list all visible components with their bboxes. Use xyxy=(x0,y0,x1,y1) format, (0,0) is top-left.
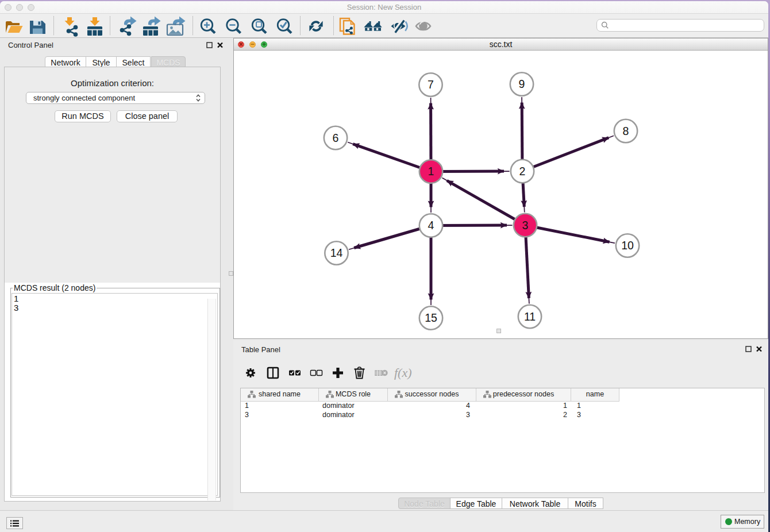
svg-text:2: 2 xyxy=(519,165,526,178)
svg-text:9: 9 xyxy=(519,78,525,90)
svg-text:3: 3 xyxy=(522,219,529,232)
svg-text:10: 10 xyxy=(621,239,634,252)
svg-text:1: 1 xyxy=(428,165,434,178)
svg-text:7: 7 xyxy=(428,78,434,91)
svg-text:f(x): f(x) xyxy=(394,365,412,380)
svg-text:4: 4 xyxy=(428,219,434,232)
svg-text:11: 11 xyxy=(524,310,536,323)
svg-text:6: 6 xyxy=(333,132,339,144)
svg-text:15: 15 xyxy=(425,311,437,324)
svg-text:8: 8 xyxy=(623,125,629,137)
svg-text:14: 14 xyxy=(330,246,343,259)
